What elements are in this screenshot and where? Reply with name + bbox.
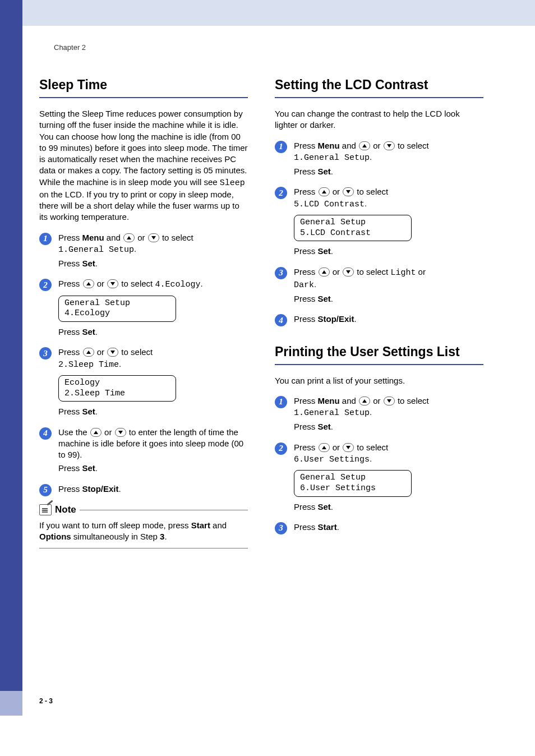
lcd-line: General Setup (300, 473, 366, 482)
text: to select (119, 279, 155, 288)
usersettings-step-1: 1 Press Menu and or to select 1.General … (275, 395, 483, 435)
menu-path: 1.General Setup (294, 408, 370, 418)
instruction: Press or to select 5.LCD Contrast. (294, 186, 483, 210)
heading-sleep-time: Sleep Time (39, 76, 248, 98)
text: . (370, 454, 372, 463)
text: . (119, 484, 121, 494)
text: Press (294, 442, 318, 452)
text: and (104, 233, 123, 242)
start-key: Start (191, 520, 210, 530)
step-number-2: 2 (39, 279, 52, 291)
start-key: Start (318, 522, 337, 532)
step-body: Press or to select Light or Dark. Press … (294, 266, 483, 307)
press-set: Press Set. (58, 326, 248, 338)
text: Press (58, 259, 82, 268)
text: to select (160, 233, 193, 242)
step-body: Press or to select 4.Ecology. General Se… (58, 278, 248, 340)
menu-path: 5.LCD Contrast (294, 200, 365, 209)
text: or (95, 347, 107, 357)
up-arrow-icon (319, 187, 330, 196)
step-body: Press or to select 5.LCD Contrast. Gener… (294, 186, 483, 259)
menu-path: 1.General Setup (294, 153, 370, 163)
down-arrow-icon (384, 141, 395, 150)
step-number-3: 3 (275, 522, 287, 534)
step-number-3: 3 (39, 347, 52, 359)
note-icon (39, 504, 52, 515)
text: . (331, 294, 333, 303)
set-key: Set (318, 294, 331, 303)
stop-exit-key: Stop/Exit (82, 484, 119, 494)
lcd-line: General Setup (300, 218, 366, 227)
step-body: Press Start. (294, 522, 483, 535)
text: Press (294, 246, 318, 256)
text: to select (395, 396, 429, 405)
heading-user-settings: Printing the User Settings List (275, 343, 483, 365)
set-key: Set (318, 246, 331, 256)
text: . (95, 407, 98, 416)
text: . (337, 522, 339, 532)
note-header: Note (39, 504, 248, 517)
step-body: Use the or to enter the length of time t… (58, 427, 248, 477)
text: . (331, 167, 333, 176)
instruction: Press Menu and or to select 1.General Se… (294, 395, 483, 420)
down-arrow-icon (115, 428, 126, 437)
chapter-label: Chapter 2 (54, 43, 86, 53)
text: . (331, 246, 333, 256)
text: Press (58, 233, 82, 242)
text: . (370, 407, 372, 417)
text: or (416, 267, 426, 276)
text: simultaneously in Step (71, 532, 160, 541)
menu-path: 2.Sleep Time (58, 360, 119, 370)
down-arrow-icon (107, 279, 118, 288)
text: If you want to turn off sleep mode, pres… (39, 520, 191, 530)
down-arrow-icon (343, 443, 354, 452)
text: to select (354, 442, 388, 452)
contrast-step-1: 1 Press Menu and or to select 1.General … (275, 140, 483, 180)
up-arrow-icon (319, 443, 330, 452)
text: to select (354, 267, 390, 276)
text: or (330, 442, 343, 452)
instruction: Press or to select Light or Dark. (294, 266, 483, 292)
heading-lcd-contrast: Setting the LCD Contrast (275, 76, 483, 98)
lcd-display: General Setup 4.Ecology (58, 296, 176, 322)
step-body: Press Menu and or to select 1.General Se… (294, 395, 483, 435)
usersettings-step-3: 3 Press Start. (275, 522, 483, 535)
down-arrow-icon (148, 233, 159, 242)
step-3: 3 Press or to select 2.Sleep Time. Ecolo… (39, 347, 248, 420)
up-arrow-icon (90, 428, 102, 437)
lcd-display: General Setup 5.LCD Contrast (294, 215, 412, 242)
page-number: 2 - 3 (39, 697, 53, 706)
step-number-3: 3 (275, 267, 287, 279)
top-band (0, 0, 535, 26)
step-number-1: 1 (275, 396, 287, 408)
text: . (331, 422, 333, 431)
down-arrow-icon (343, 268, 354, 276)
instruction: Press or to select 2.Sleep Time. (58, 347, 248, 371)
set-key: Set (318, 422, 331, 431)
text: and (340, 141, 358, 150)
text: or (135, 233, 147, 242)
step-number-1: 1 (39, 233, 52, 245)
instruction: Use the or to enter the length of time t… (58, 427, 248, 461)
text: to select (395, 141, 429, 150)
menu-key: Menu (82, 233, 104, 242)
text: . (95, 327, 98, 336)
text: Press (294, 422, 318, 431)
step-body: Press or to select 2.Sleep Time. Ecology… (58, 347, 248, 420)
up-arrow-icon (83, 279, 94, 288)
text: . (95, 259, 98, 268)
text: or (330, 187, 343, 196)
step-number-1: 1 (275, 141, 287, 153)
text: or (102, 427, 114, 437)
press-set: Press Set. (58, 406, 248, 417)
press-set: Press Set. (294, 501, 483, 513)
text: or (371, 396, 383, 405)
step-number-5: 5 (39, 484, 52, 496)
press-set: Press Set. (294, 293, 483, 305)
text: . (164, 532, 167, 541)
set-key: Set (82, 407, 95, 416)
contrast-step-3: 3 Press or to select Light or Dark. Pres… (275, 266, 483, 307)
text: . (370, 152, 372, 162)
right-column: Setting the LCD Contrast You can change … (275, 76, 483, 554)
stop-exit-key: Stop/Exit (318, 314, 354, 324)
